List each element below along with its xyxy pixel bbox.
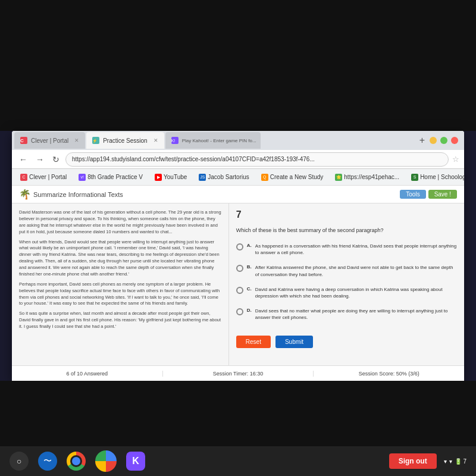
kahoot-tab-label: Play Kahoot! - Enter game PIN fo... [182,138,256,143]
si-toolbar-buttons: Tools Save ! [400,190,457,199]
practice-tab-label: Practice Session [103,137,147,144]
passage-text: David Masterson was one of the last of h… [19,209,221,330]
option-text-c: David and Katrina were having a deep con… [255,286,457,299]
bookmark-esp[interactable]: 🌟 https://esp41pehac... [331,173,403,182]
schoology-bookmark-label: Home | Schoology [420,174,464,180]
si-logo-icon: 🌴 [19,189,31,200]
esp-bookmark-icon: 🌟 [335,174,342,181]
answer-option-b[interactable]: B. After Katrina answered the phone, she… [236,264,457,277]
bookmark-jacob[interactable]: JS Jacob Sartorius [195,173,252,182]
taskbar: ○ 〜 K Sign out ▾ ▾ 🔋 7 [0,446,476,476]
radio-c[interactable] [236,287,243,294]
option-label-d: D. [247,308,252,313]
tab-practice[interactable]: ⚡ Practice Session ✕ [86,132,164,149]
submit-button[interactable]: Submit [275,336,313,348]
status-bar: 6 of 10 Answered Session Timer: 16:30 Se… [12,365,464,381]
status-answered: 6 of 10 Answered [12,371,163,377]
question-number: 7 [236,209,457,220]
youtube-bookmark-label: YouTube [164,174,187,180]
tab-bar: C Clever | Portal ✕ ⚡ Practice Session ✕… [12,131,464,150]
taskbar-right: Sign out ▾ ▾ 🔋 7 [389,453,466,469]
clever-tab-label: Clever | Portal [31,137,68,144]
option-text-b: After Katrina answered the phone, she an… [255,264,457,277]
taskbar-search-icon[interactable]: ○ [10,452,29,471]
option-label-c: C. [247,286,252,292]
bezel-top [0,0,476,131]
main-content: David Masterson was one of the last of h… [12,203,464,365]
answer-option-c[interactable]: C. David and Katrina were having a deep … [236,286,457,299]
option-label-b: B. [247,264,252,270]
browser-window: C Clever | Portal ✕ ⚡ Practice Session ✕… [12,131,464,381]
taskbar-chrome-icon[interactable] [67,452,86,471]
bookmark-schoology[interactable]: S Home | Schoology [408,173,464,182]
passage-paragraph-2: When out with friends, David would see t… [19,239,221,278]
bookmark-icon[interactable]: ☆ [452,155,459,164]
taskbar-kahoot-icon[interactable]: K [126,452,145,471]
8th-grade-bookmark-label: 8th Grade Practice V [87,174,143,180]
practice-tab-icon: ⚡ [92,137,99,144]
url-input[interactable] [65,152,449,167]
option-text-a: As happened in a conversation with his f… [255,243,457,256]
practice-tab-close[interactable]: ✕ [154,137,158,143]
clever-tab-close[interactable]: ✕ [74,137,79,143]
save-button[interactable]: Save ! [428,190,457,199]
bezel-bottom: ○ 〜 K Sign out ▾ ▾ 🔋 7 [0,381,476,476]
tools-button[interactable]: Tools [400,190,425,199]
radio-b[interactable] [236,265,243,272]
bookmark-8th-grade[interactable]: v! 8th Grade Practice V [75,173,146,182]
answer-option-d[interactable]: D. David sees that no matter what people… [236,308,457,321]
tab-kahoot[interactable]: K! Play Kahoot! - Enter game PIN fo... ✕ [165,132,261,149]
back-button[interactable]: ← [17,154,30,165]
question-text: Which of these is the best summary of th… [236,227,457,233]
action-buttons: Reset Submit [236,336,457,348]
refresh-button[interactable]: ↻ [50,154,62,165]
new-tab-button[interactable]: + [416,135,428,146]
passage-paragraph-1: David Masterson was one of the last of h… [19,209,221,236]
si-toolbar: 🌴 Summarize Informational Texts Tools Sa… [12,186,464,203]
option-label-a: A. [247,243,252,248]
answer-option-a[interactable]: A. As happened in a conversation with hi… [236,243,457,256]
taskbar-waves-icon[interactable]: 〜 [38,452,57,471]
si-logo: 🌴 Summarize Informational Texts [19,189,123,200]
address-bar: ← → ↻ ☆ [12,150,464,169]
schoology-bookmark-icon: S [411,174,418,181]
esp-bookmark-label: https://esp41pehac... [344,174,399,180]
passage-paragraph-3: Perhaps more important, David sees cell … [19,281,221,308]
passage-panel: David Masterson was one of the last of h… [12,203,229,365]
si-toolbar-title: Summarize Informational Texts [33,191,123,198]
bookmark-youtube[interactable]: ▶ YouTube [151,173,190,182]
kahoot-tab-icon: K! [171,137,178,144]
radio-a[interactable] [236,243,243,250]
tab-clever[interactable]: C Clever | Portal ✕ [14,132,85,149]
close-button[interactable] [451,137,458,144]
window-controls [430,137,462,144]
status-timer: Session Timer: 16:30 [163,371,314,377]
clever-bookmark-label: Clever | Portal [29,174,67,180]
forward-button[interactable]: → [33,154,46,165]
maximize-button[interactable] [440,137,447,144]
reset-button[interactable]: Reset [236,336,271,348]
8th-grade-bookmark-icon: v! [79,174,86,181]
minimize-button[interactable] [430,137,437,144]
clever-tab-icon: C [20,137,27,144]
question-panel: 7 Which of these is the best summary of … [229,203,464,365]
bookmarks-bar: C Clever | Portal v! 8th Grade Practice … [12,169,464,186]
jacob-bookmark-label: Jacob Sartorius [208,174,249,180]
taskbar-status: ▾ ▾ 🔋 7 [444,458,466,465]
create-bookmark-label: Create a New Study [270,174,324,180]
sign-out-button[interactable]: Sign out [389,453,437,469]
status-score: Session Score: 50% (3/6) [314,371,464,377]
create-bookmark-icon: Q [261,174,268,181]
bookmark-clever[interactable]: C Clever | Portal [17,173,70,182]
passage-paragraph-4: So it was quite a surprise when, last mo… [19,311,221,330]
jacob-bookmark-icon: JS [199,174,206,181]
youtube-bookmark-icon: ▶ [155,174,162,181]
clever-bookmark-icon: C [20,174,27,181]
taskbar-google-icon[interactable] [95,450,117,472]
bookmark-create[interactable]: Q Create a New Study [258,173,327,182]
option-text-d: David sees that no matter what people ar… [255,308,457,321]
radio-d[interactable] [236,308,243,315]
